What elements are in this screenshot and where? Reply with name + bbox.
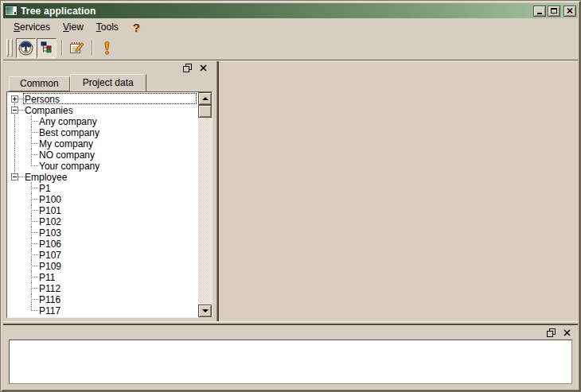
- toolbar-separator: [61, 40, 63, 56]
- notes-edit-button[interactable]: [67, 38, 87, 58]
- collapse-icon[interactable]: [11, 173, 18, 180]
- toolbar-handle[interactable]: [6, 39, 13, 56]
- tree-widget: PersonsCompaniesAny companyBest companyM…: [6, 91, 213, 318]
- tree-item[interactable]: Persons: [7, 93, 198, 104]
- tree-item-label: P117: [39, 305, 60, 316]
- menu-services[interactable]: Services: [7, 19, 57, 35]
- bottom-dock-panel: [3, 325, 578, 389]
- tree-item[interactable]: My company: [7, 138, 198, 149]
- tree-item[interactable]: P11: [7, 271, 198, 282]
- tree-item[interactable]: P116: [7, 293, 198, 305]
- tree-item[interactable]: P101: [7, 204, 198, 215]
- dock-float-button[interactable]: [546, 328, 556, 338]
- tab-common[interactable]: Common: [9, 76, 70, 91]
- scrollbar-thumb[interactable]: [198, 105, 212, 118]
- tree-connector: [14, 160, 15, 165]
- exclamation-button[interactable]: [97, 38, 117, 58]
- dock-float-button[interactable]: [182, 63, 193, 73]
- tree-connector: [31, 305, 32, 310]
- tree-item-label: P100: [39, 193, 61, 205]
- left-dock-panel: Common Project data PersonsCompaniesAny …: [3, 61, 214, 321]
- tree-item-label: P107: [39, 249, 61, 261]
- tree-connector: [14, 115, 15, 121]
- tree-item[interactable]: Employee: [7, 171, 198, 182]
- tree-item-label: Companies: [25, 104, 73, 116]
- tree-item[interactable]: Your company: [7, 160, 198, 171]
- menu-tools[interactable]: Tools: [90, 19, 125, 35]
- maximize-button[interactable]: [548, 6, 560, 17]
- tree-connector: [31, 160, 32, 165]
- dock-float-icon: [183, 64, 192, 72]
- tree-item[interactable]: P109: [7, 260, 198, 271]
- tree-connector: [31, 199, 38, 200]
- tree-item-label: P102: [39, 215, 61, 227]
- tree-connector: [31, 243, 38, 244]
- tree-connector: [31, 277, 38, 278]
- tree-view-button[interactable]: [37, 38, 57, 58]
- tree-item-label: Persons: [25, 93, 60, 105]
- target-view-button[interactable]: [16, 38, 36, 58]
- dock-close-button[interactable]: [562, 328, 572, 338]
- tree-connector: [31, 143, 38, 144]
- tree-content[interactable]: PersonsCompaniesAny companyBest companyM…: [7, 92, 198, 317]
- scroll-up-button[interactable]: [198, 92, 212, 105]
- tree-item-label: My company: [39, 138, 93, 149]
- tree-item-label: P109: [39, 260, 61, 272]
- titlebar[interactable]: Tree application: [3, 3, 578, 18]
- tree-item[interactable]: Any company: [7, 115, 198, 126]
- tree-connector: [31, 254, 38, 255]
- tree-connector: [31, 221, 38, 222]
- toolbar: [3, 36, 578, 60]
- tree-connector: [18, 177, 25, 177]
- scroll-down-icon: [202, 309, 209, 312]
- tree-item-label: P112: [39, 282, 60, 294]
- dock-close-button[interactable]: [198, 63, 209, 73]
- tree-connector: [31, 288, 38, 289]
- tree-item-label: Employee: [25, 171, 67, 183]
- tree-item[interactable]: P117: [7, 305, 198, 316]
- close-button[interactable]: [563, 6, 576, 17]
- tree-item[interactable]: P102: [7, 215, 198, 227]
- scroll-down-button[interactable]: [198, 305, 212, 317]
- tab-project-data[interactable]: Project data: [70, 74, 146, 91]
- dock-float-icon: [547, 328, 556, 337]
- help-icon[interactable]: ?: [130, 21, 143, 34]
- scrollbar-track[interactable]: [198, 118, 212, 305]
- toolbar-separator: [92, 40, 93, 56]
- tree-item[interactable]: P112: [7, 282, 198, 293]
- minimize-icon: [537, 13, 542, 14]
- tree-connector: [31, 266, 38, 266]
- tree-connector: [14, 149, 15, 154]
- minimize-button[interactable]: [533, 6, 546, 17]
- collapse-icon[interactable]: [11, 107, 18, 114]
- bottom-dock-header[interactable]: [3, 325, 578, 340]
- tree-connector: [31, 188, 38, 188]
- tree-scrollbar[interactable]: [198, 92, 212, 317]
- tree-connector: [31, 299, 38, 300]
- tree-connector: [14, 121, 15, 126]
- tree-item[interactable]: Companies: [7, 104, 198, 115]
- tree-item[interactable]: P106: [7, 238, 198, 249]
- tree-item-label: Your company: [39, 160, 99, 172]
- exclamation-icon: [102, 41, 112, 56]
- tree-item-label: P103: [39, 227, 61, 239]
- tree-item[interactable]: P103: [7, 227, 198, 238]
- menubar: ServicesViewTools?: [3, 18, 578, 36]
- dock-close-icon: [200, 64, 207, 72]
- app-window: Tree application ServicesViewTools?: [0, 0, 581, 392]
- output-textarea[interactable]: [9, 340, 572, 384]
- tree-connector: [31, 310, 38, 311]
- left-dock-header[interactable]: [6, 61, 213, 75]
- tree-item[interactable]: P107: [7, 249, 198, 260]
- tree-item[interactable]: P100: [7, 193, 198, 204]
- tree-item[interactable]: Best company: [7, 126, 198, 138]
- scroll-up-icon: [202, 97, 209, 100]
- tree-connector: [18, 110, 25, 111]
- tree-item-label: P1: [39, 182, 51, 194]
- tree-item[interactable]: NO company: [7, 149, 198, 160]
- menu-view[interactable]: View: [57, 19, 90, 35]
- expand-icon[interactable]: [11, 95, 18, 103]
- tree-item[interactable]: P1: [7, 182, 198, 193]
- dock-close-icon: [563, 329, 571, 336]
- tabbar: Common Project data: [6, 75, 213, 91]
